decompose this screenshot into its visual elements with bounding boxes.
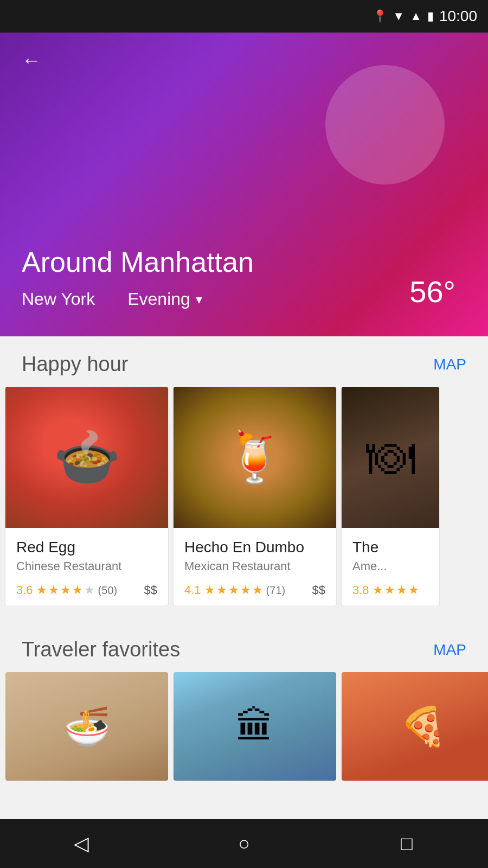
happy-hour-section: Happy hour MAP Red Egg Chinese Restauran…: [0, 336, 488, 605]
status-bar: 📍 ▼ ▲ ▮ 10:00: [0, 0, 488, 33]
red-egg-rating-number: 3.6: [16, 583, 33, 597]
time-filter-label: Evening: [127, 289, 190, 309]
traveler-cards[interactable]: 🍜 🏛 🍕: [0, 672, 488, 781]
star-2: ★: [384, 583, 395, 597]
hero-city: New York: [22, 289, 95, 309]
hero-left: New York Evening ▾: [22, 289, 202, 309]
recent-nav-button[interactable]: □: [385, 822, 428, 865]
happy-hour-title: Happy hour: [22, 353, 128, 376]
red-egg-price: $$: [144, 583, 157, 597]
traveler-image-3: 🍕: [342, 672, 488, 781]
star-1: ★: [204, 583, 215, 597]
time-filter-selector[interactable]: Evening ▾: [127, 289, 202, 309]
star-5: ★: [84, 583, 95, 597]
hecho-stars: ★ ★ ★ ★ ★: [204, 583, 263, 597]
chevron-down-icon: ▾: [196, 292, 202, 307]
hecho-image: [174, 387, 336, 528]
status-time: 10:00: [439, 8, 477, 25]
red-egg-image: [5, 387, 168, 528]
location-icon: 📍: [373, 9, 387, 23]
traveler-card-1[interactable]: 🍜: [5, 672, 168, 781]
back-button[interactable]: ←: [16, 43, 47, 77]
nav-bar: ◁ ○ □: [0, 819, 488, 868]
star-4: ★: [408, 583, 419, 597]
card-hecho-en-dumbo[interactable]: Hecho En Dumbo Mexican Restaurant 4.1 ★ …: [174, 387, 336, 605]
hecho-info: Hecho En Dumbo Mexican Restaurant 4.1 ★ …: [174, 528, 336, 605]
content-area: Happy hour MAP Red Egg Chinese Restauran…: [0, 336, 488, 819]
hecho-type: Mexican Restaurant: [184, 559, 325, 573]
star-3: ★: [396, 583, 407, 597]
card-red-egg[interactable]: Red Egg Chinese Restaurant 3.6 ★ ★ ★ ★: [5, 387, 168, 605]
amen-rating-left: 3.8 ★ ★ ★ ★: [352, 583, 419, 597]
star-4: ★: [240, 583, 251, 597]
star-3: ★: [60, 583, 71, 597]
happy-hour-cards[interactable]: Red Egg Chinese Restaurant 3.6 ★ ★ ★ ★: [0, 387, 488, 605]
amen-image: [342, 387, 439, 528]
star-2: ★: [48, 583, 59, 597]
hero-title: Around Manhattan: [22, 246, 466, 278]
hecho-rating-row: 4.1 ★ ★ ★ ★ ★ (71) $$: [184, 583, 325, 597]
amen-rating-number: 3.8: [352, 583, 369, 597]
red-egg-reviews: (50): [98, 584, 118, 597]
card-the-amen[interactable]: The Ame... 3.8 ★ ★ ★ ★: [342, 387, 439, 605]
amen-stars: ★ ★ ★ ★: [373, 583, 419, 597]
red-egg-rating-left: 3.6 ★ ★ ★ ★ ★ (50): [16, 583, 117, 597]
star-5: ★: [252, 583, 263, 597]
home-nav-button[interactable]: ○: [222, 822, 266, 865]
happy-hour-map-link[interactable]: MAP: [433, 356, 466, 373]
hecho-rating-left: 4.1 ★ ★ ★ ★ ★ (71): [184, 583, 285, 597]
traveler-image-1: 🍜: [5, 672, 168, 781]
battery-icon: ▮: [427, 9, 434, 23]
red-egg-name: Red Egg: [16, 539, 157, 556]
star-4: ★: [72, 583, 83, 597]
back-nav-button[interactable]: ◁: [60, 822, 103, 865]
red-egg-info: Red Egg Chinese Restaurant 3.6 ★ ★ ★ ★: [5, 528, 168, 605]
hero-bottom: New York Evening ▾: [22, 289, 466, 309]
amen-rating-row: 3.8 ★ ★ ★ ★: [352, 583, 428, 597]
amen-name: The: [352, 539, 428, 556]
traveler-title: Traveler favorites: [22, 638, 180, 661]
traveler-header: Traveler favorites MAP: [0, 638, 488, 672]
happy-hour-header: Happy hour MAP: [0, 353, 488, 387]
amen-type: Ame...: [352, 559, 428, 573]
hecho-price: $$: [312, 583, 325, 597]
red-egg-rating-row: 3.6 ★ ★ ★ ★ ★ (50) $$: [16, 583, 157, 597]
status-icons: 📍 ▼ ▲ ▮ 10:00: [373, 8, 477, 25]
traveler-card-3[interactable]: 🍕: [342, 672, 488, 781]
hero-section: ← Around Manhattan New York Evening ▾ 56…: [0, 33, 488, 336]
hecho-rating-number: 4.1: [184, 583, 201, 597]
hero-content: Around Manhattan New York Evening ▾: [0, 246, 488, 309]
red-egg-stars: ★ ★ ★ ★ ★: [36, 583, 95, 597]
star-1: ★: [36, 583, 47, 597]
star-3: ★: [228, 583, 239, 597]
traveler-card-2[interactable]: 🏛: [174, 672, 336, 781]
traveler-map-link[interactable]: MAP: [433, 641, 466, 659]
star-2: ★: [216, 583, 227, 597]
signal-icon: ▲: [410, 9, 422, 23]
hecho-reviews: (71): [266, 584, 286, 597]
amen-info: The Ame... 3.8 ★ ★ ★ ★: [342, 528, 439, 605]
red-egg-type: Chinese Restaurant: [16, 559, 157, 573]
star-1: ★: [373, 583, 383, 597]
main-scroll[interactable]: ← Around Manhattan New York Evening ▾ 56…: [0, 33, 488, 819]
traveler-image-2: 🏛: [174, 672, 336, 781]
traveler-favorites-section: Traveler favorites MAP 🍜 🏛 🍕: [0, 622, 488, 781]
hecho-name: Hecho En Dumbo: [184, 539, 325, 556]
wifi-icon: ▼: [393, 9, 404, 23]
